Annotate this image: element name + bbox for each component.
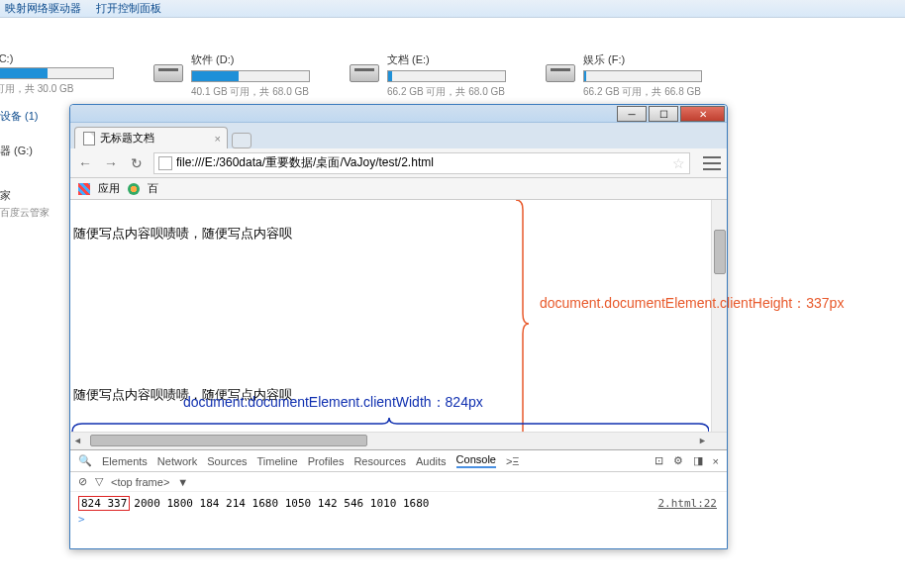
devtools-drawer-toggle-icon[interactable]: ⊡ — [654, 454, 663, 467]
height-brace-annotation — [511, 200, 531, 432]
minimize-button[interactable]: ─ — [617, 106, 647, 122]
baidu-label[interactable]: 百 — [148, 181, 158, 196]
devtools-tab-elements[interactable]: Elements — [102, 455, 148, 467]
console-prompt[interactable]: > — [78, 513, 719, 526]
drive-e[interactable]: 文档 (E:) 66.2 GB 可用，共 68.0 GB — [350, 52, 506, 99]
console-source-link[interactable]: 2.html:22 — [657, 497, 717, 510]
drive-icon — [350, 64, 379, 82]
search-icon[interactable] — [78, 454, 92, 467]
devtools-tab-profiles[interactable]: Profiles — [308, 455, 345, 467]
frame-selector[interactable]: <top frame> — [111, 476, 169, 488]
drive-c[interactable]: (C:) 可用，共 30.0 GB — [0, 52, 114, 99]
vertical-scrollbar[interactable] — [711, 200, 727, 432]
devtools-tab-sources[interactable]: Sources — [207, 455, 247, 467]
drive-icon — [153, 64, 183, 82]
scroll-right-arrow[interactable]: ► — [698, 436, 707, 445]
tab-strip: 无标题文档 × — [70, 123, 727, 148]
drive-usage-bar — [583, 70, 702, 82]
control-panel-link[interactable]: 打开控制面板 — [96, 1, 161, 16]
tab-close-icon[interactable]: × — [215, 133, 221, 145]
back-button[interactable]: ← — [76, 154, 94, 172]
console-toolbar: ⊘ ▽ <top frame> ▼ — [70, 472, 727, 492]
navigation-bar: ← → ↻ file:///E:/360data/重要数据/桌面/VaJoy/t… — [70, 148, 727, 178]
devtools-dock-icon[interactable]: ◨ — [693, 454, 703, 467]
bookmark-bar: 应用 百 — [70, 178, 727, 200]
body-text-1: 随便写点内容呗啧啧，随便写点内容呗 — [73, 225, 292, 243]
devices-header[interactable]: 设备 (1) — [0, 109, 50, 124]
browser-tab[interactable]: 无标题文档 × — [74, 127, 228, 148]
scroll-left-arrow[interactable]: ◄ — [73, 436, 82, 445]
devtools-tab-timeline[interactable]: Timeline — [257, 455, 298, 467]
drive-stats: 可用，共 30.0 GB — [0, 82, 114, 96]
home-label[interactable]: 家 — [0, 188, 50, 203]
drive-g-label[interactable]: 器 (G:) — [0, 144, 50, 158]
drive-d[interactable]: 软件 (D:) 40.1 GB 可用，共 68.0 GB — [153, 52, 310, 99]
drive-stats: 40.1 GB 可用，共 68.0 GB — [191, 85, 310, 99]
apps-icon[interactable] — [78, 183, 90, 195]
drives-list: (C:) 可用，共 30.0 GB 软件 (D:) 40.1 GB 可用，共 6… — [0, 18, 905, 99]
explorer-sidebar-fragment: 设备 (1) 器 (G:) 家 百度云管家 — [0, 109, 50, 245]
forward-button[interactable]: → — [102, 154, 120, 172]
drive-usage-bar — [191, 70, 310, 82]
drive-stats: 66.2 GB 可用，共 68.0 GB — [387, 85, 506, 99]
url-text: file:///E:/360data/重要数据/桌面/VaJoy/test/2.… — [176, 154, 434, 171]
console-values: 2000 1800 184 214 1680 1050 142 546 1010… — [134, 497, 429, 510]
tab-title: 无标题文档 — [100, 131, 154, 146]
reload-button[interactable]: ↻ — [128, 154, 146, 172]
drive-usage-bar — [0, 67, 114, 79]
devtools-tabs: Elements Network Sources Timeline Profil… — [70, 450, 727, 472]
devtools-panel: Elements Network Sources Timeline Profil… — [70, 449, 727, 548]
map-drive-link[interactable]: 映射网络驱动器 — [5, 1, 81, 16]
bookmark-star-icon[interactable]: ☆ — [672, 155, 685, 171]
drive-stats: 66.2 GB 可用，共 66.8 GB — [583, 85, 702, 99]
chrome-window: ─ ☐ ✕ 无标题文档 × ← → ↻ file:///E:/360data/重… — [69, 104, 728, 549]
devtools-drawer-icon[interactable]: >Ξ — [506, 455, 520, 467]
drive-icon — [546, 64, 575, 82]
new-tab-button[interactable] — [232, 133, 251, 148]
client-height-annotation: document.documentElement.clientHeight：33… — [540, 295, 844, 313]
scrollbar-thumb[interactable] — [714, 230, 726, 274]
highlighted-values: 824 337 — [78, 496, 130, 511]
baidu-label: 百度云管家 — [0, 206, 50, 220]
drive-label: 软件 (D:) — [191, 52, 310, 67]
apps-label[interactable]: 应用 — [98, 181, 120, 196]
width-brace-annotation — [70, 418, 709, 436]
devtools-close-icon[interactable]: × — [713, 455, 719, 467]
drive-label: 文档 (E:) — [387, 52, 506, 67]
hamburger-menu-icon[interactable] — [703, 156, 721, 170]
dropdown-arrow-icon[interactable]: ▼ — [177, 476, 188, 488]
drive-label: (C:) — [0, 52, 114, 64]
clear-console-icon[interactable]: ⊘ — [78, 475, 87, 488]
drive-f[interactable]: 娱乐 (F:) 66.2 GB 可用，共 66.8 GB — [546, 52, 702, 99]
filter-icon[interactable]: ▽ — [95, 475, 103, 488]
hscroll-thumb[interactable] — [90, 435, 367, 446]
file-icon — [158, 156, 172, 170]
console-output: 824 337 2000 1800 184 214 1680 1050 142 … — [70, 492, 727, 530]
address-bar[interactable]: file:///E:/360data/重要数据/桌面/VaJoy/test/2.… — [153, 152, 690, 174]
page-icon — [83, 132, 95, 146]
drive-usage-bar — [387, 70, 506, 82]
window-titlebar: ─ ☐ ✕ — [70, 105, 727, 123]
console-log-line: 824 337 2000 1800 184 214 1680 1050 142 … — [78, 496, 719, 511]
drive-label: 娱乐 (F:) — [583, 52, 702, 67]
devtools-tab-network[interactable]: Network — [157, 455, 197, 467]
explorer-toolbar: 映射网络驱动器 打开控制面板 — [0, 0, 905, 18]
horizontal-scroll-area: ◄ ► — [70, 432, 727, 449]
devtools-tab-resources[interactable]: Resources — [353, 455, 406, 467]
devtools-tab-audits[interactable]: Audits — [416, 455, 447, 467]
client-width-annotation: document.documentElement.clientWidth：824… — [183, 394, 483, 412]
close-button[interactable]: ✕ — [680, 106, 725, 122]
baidu-icon[interactable] — [128, 183, 140, 195]
devtools-tab-console[interactable]: Console — [456, 453, 496, 468]
maximize-button[interactable]: ☐ — [649, 106, 678, 122]
devtools-settings-icon[interactable]: ⚙ — [673, 454, 683, 467]
